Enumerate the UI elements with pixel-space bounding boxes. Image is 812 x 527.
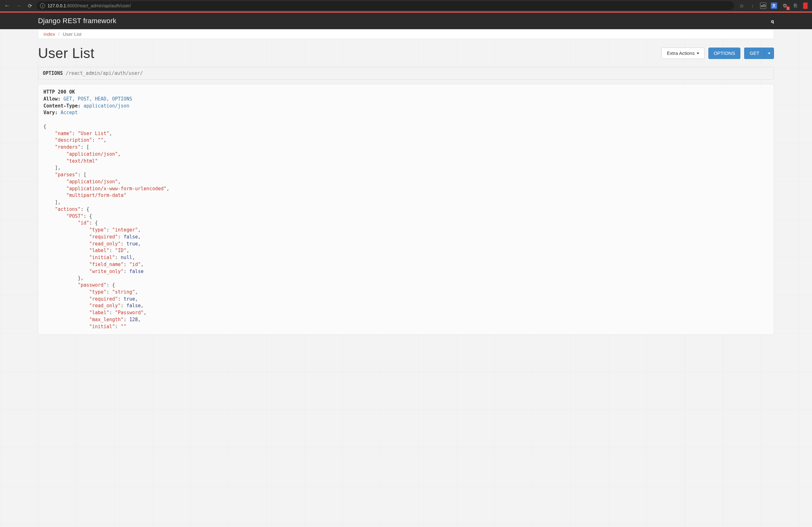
- tabs-badge: 1: [786, 6, 790, 10]
- response-panel: HTTP 200 OK Allow: GET, POST, HEAD, OPTI…: [38, 84, 774, 335]
- get-button[interactable]: GET: [744, 47, 765, 59]
- breadcrumb: Index / User List: [38, 29, 774, 39]
- overflow-ext-icon[interactable]: [803, 2, 808, 9]
- browser-back-button[interactable]: ←: [2, 2, 11, 9]
- browser-reload-button[interactable]: ⟳: [25, 3, 34, 9]
- breadcrumb-index-link[interactable]: Index: [43, 31, 55, 37]
- response-text: HTTP 200 OK Allow: GET, POST, HEAD, OPTI…: [43, 89, 769, 330]
- address-bar[interactable]: i 127.0.0.1:8000/react_admin/api/auth/us…: [37, 1, 734, 10]
- page-title: User List: [38, 45, 95, 61]
- drf-user-menu[interactable]: q: [771, 18, 774, 24]
- site-info-icon[interactable]: i: [40, 3, 45, 8]
- extra-actions-label: Extra Actions: [667, 51, 695, 56]
- request-path: /react_admin/api/auth/user/: [66, 70, 143, 76]
- chevron-down-icon: [768, 53, 770, 54]
- drf-brand[interactable]: Django REST framework: [38, 17, 116, 25]
- options-button[interactable]: OPTIONS: [708, 47, 741, 59]
- request-line: OPTIONS /react_admin/api/auth/user/: [38, 67, 774, 80]
- chevron-down-icon: [697, 53, 699, 54]
- clipboard-icon[interactable]: ⎘: [792, 2, 799, 9]
- drf-navbar: Django REST framework q: [0, 13, 812, 29]
- request-method: OPTIONS: [43, 70, 63, 76]
- address-url: 127.0.0.1:8000/react_admin/api/auth/user…: [47, 3, 131, 8]
- ublock-icon[interactable]: uO: [760, 2, 766, 9]
- bookmark-star-icon[interactable]: ☆: [738, 2, 745, 9]
- download-icon[interactable]: ↓: [749, 2, 756, 9]
- get-button-group: GET: [744, 47, 774, 59]
- browser-right-icons: ☆ ↓ uO 文 ⧉ 1 ⎘: [737, 2, 810, 9]
- breadcrumb-sep: /: [58, 31, 60, 37]
- page-body: Index / User List User List Extra Action…: [0, 29, 812, 527]
- browser-forward-button[interactable]: →: [14, 2, 23, 9]
- get-dropdown-button[interactable]: [765, 47, 774, 59]
- breadcrumb-current: User List: [63, 31, 82, 37]
- page-actions: Extra Actions OPTIONS GET: [662, 47, 774, 59]
- tabs-overview-icon[interactable]: ⧉ 1: [782, 2, 788, 9]
- browser-toolbar: ← → ⟳ i 127.0.0.1:8000/react_admin/api/a…: [0, 0, 812, 11]
- translate-icon[interactable]: 文: [771, 2, 777, 9]
- extra-actions-button[interactable]: Extra Actions: [662, 47, 705, 59]
